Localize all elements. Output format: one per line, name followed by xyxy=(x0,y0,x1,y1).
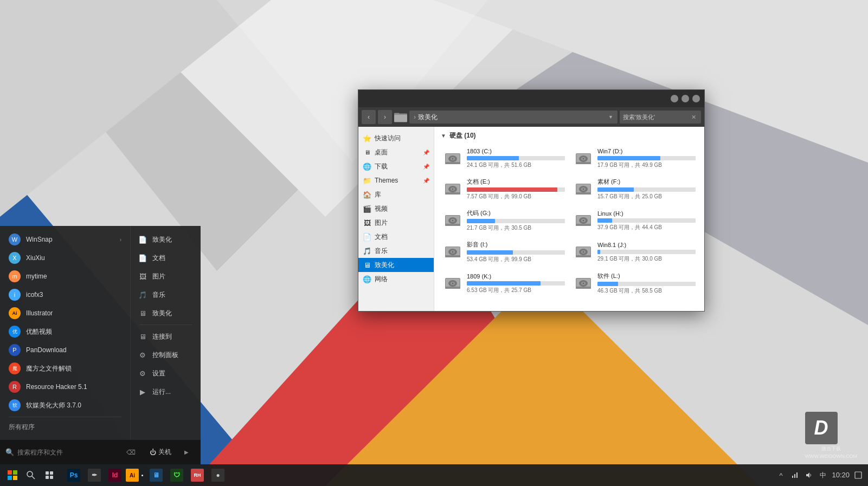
drive-item-3[interactable]: 素材 (F:) 15.7 GB 可用，共 25.0 GB xyxy=(571,176,698,203)
drive-info-9: 软件 (L:) 46.3 GB 可用，共 58.5 GB xyxy=(597,272,696,295)
start-item-magic-unzip[interactable]: 魔 魔方之文件解锁 xyxy=(0,359,130,378)
drive-bar-bg-3 xyxy=(597,187,696,192)
start-item-illustrator[interactable]: Ai Illustrator xyxy=(0,304,130,322)
start-item-icofx[interactable]: i icofx3 xyxy=(0,286,130,304)
sidebar-item-zhimeihua[interactable]: 🖥 致美化 xyxy=(358,258,434,272)
start-item-winsnap[interactable]: W WinSnap › xyxy=(0,230,130,249)
drive-name-6: 影音 (I:) xyxy=(467,241,565,249)
tray-notification-icon[interactable] xyxy=(853,470,864,481)
explorer-body: ⭐ 快速访问 🖥 桌面 📌 🌐 下载 📌 📁 Themes 📌 🏠 库 xyxy=(358,127,704,311)
start-item-resource-hacker[interactable]: R Resource Hacker 5.1 xyxy=(0,378,130,396)
minimize-button[interactable] xyxy=(671,95,678,102)
start-item-label-magic-unzip: 魔方之文件解锁 xyxy=(26,364,121,373)
drive-item-5[interactable]: Linux (H:) 37.9 GB 可用，共 44.4 GB xyxy=(571,207,698,234)
svg-rect-73 xyxy=(576,287,591,289)
start-right-item-zhimeihua[interactable]: 📄 致美化 xyxy=(131,230,201,249)
start-right-item-lianjieto[interactable]: 🖥 连接到 xyxy=(131,327,201,346)
sidebar-item-library[interactable]: 🏠 库 xyxy=(358,187,434,202)
task-view-button[interactable] xyxy=(41,467,57,483)
tray-chevron[interactable]: ^ xyxy=(775,470,786,481)
drive-item-4[interactable]: 代码 (G:) 21.7 GB 可用，共 30.5 GB xyxy=(441,207,567,234)
start-right-item-yinyue[interactable]: 🎵 音乐 xyxy=(131,286,201,304)
drive-info-8: 1809 (K:) 6.53 GB 可用，共 25.7 GB xyxy=(467,273,565,294)
search-bar[interactable]: 搜索'致美化' ✕ xyxy=(620,111,701,124)
sidebar-item-network[interactable]: 🌐 网络 xyxy=(358,272,434,286)
sidebar-item-video[interactable]: 🎬 视频 xyxy=(358,202,434,216)
sidebar-item-documents[interactable]: 📄 文档 xyxy=(358,230,434,244)
drives-section-label: 硬盘 (10) xyxy=(449,131,476,140)
start-right-item-tupian[interactable]: 🖼 图片 xyxy=(131,267,201,286)
power-arrow-button[interactable]: ▶ xyxy=(182,445,191,460)
sidebar-item-pictures[interactable]: 🖼 图片 xyxy=(358,216,434,230)
back-button[interactable]: ‹ xyxy=(362,110,376,124)
drive-icon-7 xyxy=(574,242,593,262)
start-item-youku[interactable]: 优 优酷视频 xyxy=(0,322,130,341)
tray-network-icon[interactable] xyxy=(789,470,800,481)
start-item-icon-youku: 优 xyxy=(9,326,21,338)
sidebar-item-desktop[interactable]: 🖥 桌面 📌 xyxy=(358,145,434,159)
tray-volume-icon[interactable] xyxy=(803,470,814,481)
taskbar-apps: Ps ✒ Id Ai 🖥 🛡 RH ● xyxy=(62,464,771,486)
start-right-icon-zhimeihua: 📄 xyxy=(137,234,148,245)
taskbar-time[interactable]: 10:20 xyxy=(832,471,850,480)
drive-name-1: Win7 (D:) xyxy=(597,148,696,154)
start-item-xiuxiu[interactable]: X XiuXiu xyxy=(0,249,130,267)
drive-name-4: 代码 (G:) xyxy=(467,209,565,217)
address-bar[interactable]: › 致美化 ▼ xyxy=(409,111,618,124)
zhimeihua-icon: 🖥 xyxy=(363,261,371,269)
taskbar-app-pen[interactable]: ✒ xyxy=(85,465,104,485)
start-button[interactable] xyxy=(4,467,21,483)
search-clear-button[interactable]: ✕ xyxy=(689,113,698,121)
maximize-button[interactable] xyxy=(681,95,689,102)
drive-name-7: Win8.1 (J:) xyxy=(597,242,696,248)
start-right-icon-yunxing: ▶ xyxy=(137,386,148,397)
taskbar-app-monitor[interactable]: 🖥 xyxy=(146,465,166,485)
svg-rect-25 xyxy=(576,162,591,164)
start-all-programs[interactable]: 所有程序 xyxy=(0,419,130,435)
start-right-item-zhimeihua2[interactable]: 🖥 致美化 xyxy=(131,304,201,322)
search-delete-button[interactable]: ⌫ xyxy=(126,448,136,457)
drive-item-9[interactable]: 软件 (L:) 46.3 GB 可用，共 58.5 GB xyxy=(571,270,698,297)
taskbar-app-ae[interactable]: ● xyxy=(208,465,228,485)
explorer-titlebar xyxy=(358,90,704,107)
forward-button[interactable]: › xyxy=(378,110,392,124)
drive-item-6[interactable]: 影音 (I:) 53.4 GB 可用，共 99.9 GB xyxy=(441,238,567,265)
start-item-soft-beauty[interactable]: 软 软媒美化大师 3.7.0 xyxy=(0,396,130,414)
power-button[interactable]: ⏻ 关机 xyxy=(143,444,178,460)
start-search-input[interactable] xyxy=(17,449,123,456)
search-button[interactable] xyxy=(23,467,39,483)
close-button[interactable] xyxy=(692,95,700,102)
sidebar-item-themes[interactable]: 📁 Themes 📌 xyxy=(358,173,434,187)
drive-item-1[interactable]: Win7 (D:) 17.9 GB 可用，共 49.9 GB xyxy=(571,146,698,171)
drive-item-7[interactable]: Win8.1 (J:) 29.1 GB 可用，共 30.0 GB xyxy=(571,238,698,265)
drive-bar-bg-8 xyxy=(467,281,565,286)
start-right-item-kongzhimianban[interactable]: ⚙ 控制面板 xyxy=(131,346,201,364)
sidebar-item-music[interactable]: 🎵 音乐 xyxy=(358,244,434,258)
start-item-icon-icofx: i xyxy=(9,289,21,301)
svg-point-24 xyxy=(583,158,584,159)
svg-rect-85 xyxy=(794,474,795,478)
start-item-mytime[interactable]: m mytime xyxy=(0,267,130,286)
taskbar-app-ai[interactable]: Ai xyxy=(126,465,145,485)
taskbar-app-rh[interactable]: RH xyxy=(188,465,207,485)
drive-bar-fill-1 xyxy=(597,156,660,160)
quick-access-label: 快速访问 xyxy=(375,134,401,143)
taskbar-app-shield[interactable]: 🛡 xyxy=(167,465,187,485)
drive-info-3: 素材 (F:) 15.7 GB 可用，共 25.0 GB xyxy=(597,178,696,200)
taskbar-app-id[interactable]: Id xyxy=(105,465,125,485)
drive-bar-fill-3 xyxy=(597,187,634,192)
drive-item-2[interactable]: 文档 (E:) 7.57 GB 可用，共 99.0 GB xyxy=(441,176,567,203)
start-right-item-yunxing[interactable]: ▶ 运行... xyxy=(131,383,201,401)
start-item-pandownload[interactable]: P PanDownload xyxy=(0,341,130,359)
start-item-label-mytime: mytime xyxy=(26,273,121,280)
sidebar-item-downloads[interactable]: 🌐 下载 📌 xyxy=(358,159,434,173)
start-right-item-wendang[interactable]: 📄 文档 xyxy=(131,249,201,267)
sidebar-item-quick-access[interactable]: ⭐ 快速访问 xyxy=(358,131,434,145)
taskbar-tray: ^ 中 10:20 xyxy=(771,470,868,481)
taskbar-app-ps[interactable]: Ps xyxy=(64,465,83,485)
drive-item-8[interactable]: 1809 (K:) 6.53 GB 可用，共 25.7 GB xyxy=(441,270,567,297)
tray-lang-icon[interactable]: 中 xyxy=(818,470,828,481)
drive-item-0[interactable]: 1803 (C:) 24.1 GB 可用，共 51.6 GB xyxy=(441,146,567,171)
start-right-item-shezhi[interactable]: ⚙ 设置 xyxy=(131,364,201,383)
start-right-divider1 xyxy=(139,325,192,325)
